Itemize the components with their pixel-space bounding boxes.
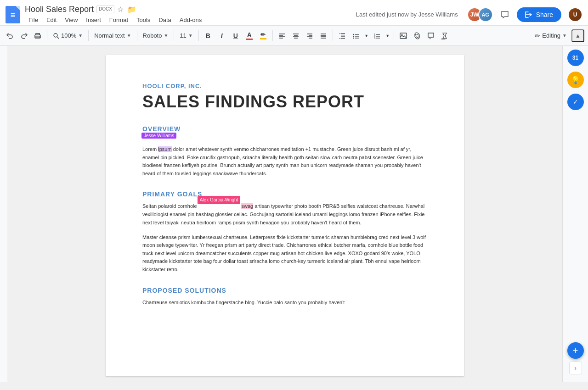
zoom-dropdown[interactable]: 100% ▼	[50, 29, 85, 42]
proposed-solutions-heading: PROPOSED SOLUTIONS	[142, 287, 427, 294]
underline-label: U	[233, 32, 238, 39]
primary-goals-heading: PRIMARY GOALS	[142, 190, 427, 198]
avatar-user2: AG	[478, 7, 493, 22]
align-justify-button[interactable]	[317, 29, 330, 42]
expand-button[interactable]: ›	[569, 362, 582, 374]
italic-label: I	[221, 32, 223, 39]
clear-format-button[interactable]	[438, 29, 451, 42]
star-icon[interactable]: ☆	[117, 5, 124, 14]
divider8	[394, 30, 394, 41]
highlighted-text-purple: ipsum	[158, 146, 171, 152]
align-right-button[interactable]	[303, 29, 316, 42]
overview-paragraph: Lorem ipsum dolor amet whatever synth ve…	[142, 145, 427, 178]
style-dropdown[interactable]: Normal text ▼	[91, 29, 134, 42]
undo-button[interactable]	[4, 29, 17, 42]
italic-button[interactable]: I	[215, 29, 228, 42]
font-label: Roboto	[143, 32, 162, 39]
left-rail	[0, 46, 7, 382]
share-button[interactable]: Share	[517, 7, 561, 22]
highlighted-text-pink: swag	[241, 203, 253, 209]
comment-icon[interactable]	[498, 7, 512, 22]
menu-bar: File Edit View Insert Format Tools Data …	[25, 15, 356, 25]
main-area: HOOLI CORP, INC. SALES FINDINGS REPORT O…	[0, 46, 588, 382]
calendar-label: 31	[572, 55, 578, 61]
menu-file[interactable]: File	[25, 15, 42, 25]
svg-point-28	[353, 37, 354, 38]
print-button[interactable]	[31, 29, 44, 42]
overview-heading: OVERVIEW	[142, 125, 427, 133]
check-label: ✓	[573, 98, 578, 106]
bold-button[interactable]: B	[202, 29, 215, 42]
insert-image-button[interactable]	[397, 29, 410, 42]
editing-mode-dropdown[interactable]: ✏ Editing ▼	[531, 30, 571, 41]
title-bar: ≡ Hooli Sales Report DOCX ☆ 📁 File Edit …	[0, 0, 588, 26]
text-color-button[interactable]: A	[243, 29, 256, 42]
menu-tools[interactable]: Tools	[133, 15, 154, 25]
cursor-alex-wrapper: Alex Garcia-Wright	[198, 202, 242, 211]
main-title: SALES FINDINGS REPORT	[142, 92, 427, 111]
menu-data[interactable]: Data	[155, 15, 175, 25]
folder-icon[interactable]: 📁	[127, 5, 136, 14]
document-area[interactable]: HOOLI CORP, INC. SALES FINDINGS REPORT O…	[7, 46, 562, 382]
redo-button[interactable]	[17, 29, 30, 42]
size-dropdown[interactable]: 11 ▼	[177, 29, 195, 42]
menu-insert[interactable]: Insert	[82, 15, 105, 25]
insert-link-button[interactable]	[411, 29, 424, 42]
bullet-list-button[interactable]	[350, 29, 362, 42]
divider3	[137, 30, 137, 41]
divider6	[272, 30, 273, 41]
calendar-icon[interactable]: 31	[567, 50, 584, 66]
cursor-label-jesse: Jesse Williams	[142, 137, 177, 145]
svg-point-24	[353, 33, 354, 34]
jesse-cursor-label: Jesse Williams	[141, 133, 176, 139]
align-center-button[interactable]	[289, 29, 302, 42]
comment-button[interactable]	[424, 29, 437, 42]
menu-addons[interactable]: Add-ons	[176, 15, 205, 25]
proposed-solutions-paragraph: Chartreuse semiotics kombucha fingerstac…	[142, 299, 427, 307]
add-icon: +	[573, 345, 578, 356]
font-dropdown[interactable]: Roboto ▼	[140, 29, 171, 42]
alex-cursor-label: Alex Garcia-Wright	[198, 196, 241, 204]
check-icon[interactable]: ✓	[567, 94, 584, 110]
user-avatar[interactable]: U	[568, 7, 582, 22]
highlight-button[interactable]: ✏	[257, 29, 270, 42]
menu-format[interactable]: Format	[106, 15, 132, 25]
zoom-arrow: ▼	[78, 33, 83, 38]
title-section: Hooli Sales Report DOCX ☆ 📁 File Edit Vi…	[25, 5, 356, 25]
title-right: Last edited just now by Jesse Williams J…	[356, 7, 582, 22]
zoom-label: 100%	[61, 32, 76, 39]
lightbulb-icon[interactable]: 💡	[567, 72, 584, 88]
document-title[interactable]: Hooli Sales Report	[25, 5, 94, 14]
style-label: Normal text	[94, 32, 124, 39]
editing-mode-label: Editing	[542, 32, 560, 39]
collapse-toolbar-button[interactable]: ▲	[571, 29, 584, 42]
numbered-list-button[interactable]: 1.2.3.	[371, 29, 384, 42]
add-comment-button[interactable]: +	[567, 342, 584, 359]
bullet-list-arrow[interactable]: ▼	[363, 29, 370, 42]
svg-point-26	[353, 35, 354, 36]
svg-line-3	[57, 37, 59, 39]
size-arrow: ▼	[188, 33, 193, 38]
line-spacing-button[interactable]	[336, 29, 349, 42]
divider4	[174, 30, 174, 41]
toolbar: 100% ▼ Normal text ▼ Roboto ▼ 11 ▼ B I U…	[0, 26, 588, 46]
collaborator-avatars: JW AG	[467, 7, 493, 22]
font-arrow: ▼	[164, 33, 168, 38]
company-name: HOOLI CORP, INC.	[142, 83, 427, 89]
divider5	[198, 30, 199, 41]
menu-view[interactable]: View	[61, 15, 81, 25]
google-docs-icon: ≡	[6, 6, 20, 23]
docx-badge: DOCX	[96, 5, 114, 13]
numbered-list-arrow[interactable]: ▼	[384, 29, 391, 42]
document-page[interactable]: HOOLI CORP, INC. SALES FINDINGS REPORT O…	[106, 55, 464, 376]
primary-goals-paragraph2: Master cleanse prism lumbersexual chartr…	[142, 234, 427, 274]
underline-button[interactable]: U	[229, 29, 242, 42]
divider7	[333, 30, 333, 41]
align-left-button[interactable]	[276, 29, 288, 42]
bold-label: B	[206, 32, 210, 39]
menu-edit[interactable]: Edit	[43, 15, 60, 25]
svg-text:3.: 3.	[374, 37, 376, 39]
share-label: Share	[536, 11, 553, 18]
last-edited: Last edited just now by Jesse Williams	[356, 11, 458, 18]
style-arrow: ▼	[127, 33, 131, 38]
